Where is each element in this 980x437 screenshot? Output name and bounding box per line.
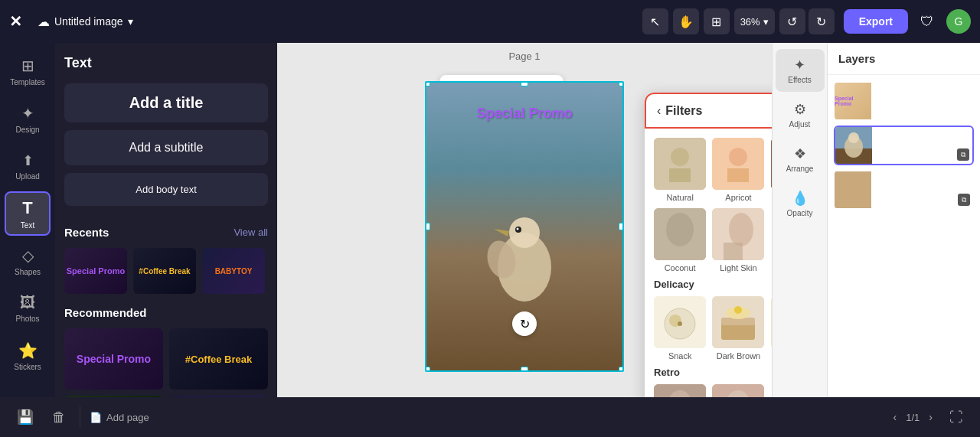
filters-row-0: Natural Apricot	[654, 138, 772, 202]
handle-tc[interactable]	[521, 81, 528, 86]
page-prev-btn[interactable]: ‹	[890, 408, 900, 426]
layers-panel: Layers Special Promo ⧉	[827, 43, 980, 397]
filter-natural[interactable]: Natural	[654, 138, 706, 202]
delete-btn[interactable]: 🗑	[47, 405, 70, 430]
bottom-sep	[80, 406, 80, 428]
sidebar-item-design[interactable]: ✦ Design	[5, 96, 51, 141]
page-next-btn[interactable]: ›	[926, 408, 936, 426]
sidebar-item-stickers[interactable]: ⭐ Stickers	[5, 334, 51, 378]
toolbar-tools: ↖ ✋ ⊞ 36% ▾ ↺ ↻	[642, 8, 835, 34]
sidebar-item-templates[interactable]: ⊞ Templates	[5, 49, 51, 93]
layer-badge-2: ⧉	[958, 194, 970, 206]
add-title-button[interactable]: Add a title	[64, 83, 268, 122]
filter-snack[interactable]: Snack	[654, 296, 706, 360]
recent-item-0[interactable]: Special Promo	[64, 248, 127, 294]
handle-br[interactable]	[619, 367, 624, 372]
view-all-link[interactable]: View all	[234, 227, 268, 238]
filters-row-1: Coconut Light Skin	[654, 208, 772, 272]
effects-icon: ✦	[794, 57, 805, 73]
handle-tr[interactable]	[619, 81, 624, 86]
layout-tool-btn[interactable]: ⊞	[704, 8, 730, 34]
page-nav: ‹ 1/1 ›	[890, 408, 936, 426]
svg-rect-44	[835, 171, 871, 208]
opacity-btn[interactable]: 💧 Opacity	[776, 182, 825, 225]
main-area: ⊞ Templates ✦ Design ⬆ Upload T Text ◇ S…	[0, 43, 980, 397]
add-page-icon: 📄	[90, 412, 102, 423]
rec-item-0[interactable]: Special Promo	[64, 328, 163, 390]
filter-retro2[interactable]: Retro 2	[712, 384, 764, 397]
filter-coconut-label: Coconut	[665, 263, 696, 272]
adjust-btn[interactable]: ⚙ Adjust	[776, 93, 825, 136]
zoom-dropdown-icon: ▾	[763, 16, 769, 28]
shield-icon[interactable]: 🛡	[917, 11, 937, 33]
layer-item-2[interactable]: ⧉	[834, 170, 974, 210]
filter-darkbrown-thumb	[712, 296, 764, 348]
avatar[interactable]: G	[946, 9, 971, 34]
sidebar-item-shapes[interactable]: ◇ Shapes	[5, 239, 51, 283]
handle-mr[interactable]	[619, 223, 624, 230]
filters-row-retro: Retro Retro 2	[654, 384, 772, 397]
export-button[interactable]: Export	[844, 9, 908, 34]
svg-point-7	[671, 148, 689, 166]
pointer-tool-btn[interactable]: ↖	[642, 8, 668, 34]
recent-item-2[interactable]: BABYTOY	[202, 248, 265, 294]
effects-label: Effects	[788, 76, 811, 84]
rec-item-1[interactable]: #Coffee Break	[169, 328, 268, 390]
recent-item-1[interactable]: #Coffee Break	[133, 248, 196, 294]
undo-btn[interactable]: ↺	[779, 8, 805, 34]
layer-item-1[interactable]: ⧉	[834, 126, 974, 165]
filter-natural-thumb	[654, 138, 706, 190]
filter-darkbrown[interactable]: Dark Brown	[712, 296, 764, 360]
undo-redo-group: ↺ ↻	[779, 8, 835, 34]
sidebar-item-text[interactable]: T Text	[5, 191, 51, 236]
canvas-promo-text: Special Promo	[476, 106, 572, 122]
filters-back-btn[interactable]: ‹	[657, 104, 661, 118]
filter-apricot-label: Apricot	[725, 193, 751, 202]
svg-rect-12	[771, 138, 772, 190]
filter-walnut[interactable]: Walnut	[771, 138, 772, 202]
title-dropdown-icon: ▾	[128, 15, 133, 28]
stickers-icon: ⭐	[18, 341, 38, 360]
layers-list: Special Promo ⧉	[828, 75, 980, 216]
filter-lightskin[interactable]: Light Skin	[712, 208, 764, 272]
effects-btn[interactable]: ✦ Effects	[776, 49, 825, 92]
handle-ml[interactable]	[425, 223, 430, 230]
svg-point-5	[517, 228, 519, 230]
svg-point-18	[729, 213, 753, 246]
zoom-value: 36%	[740, 16, 760, 28]
svg-point-28	[734, 306, 742, 314]
arrange-btn[interactable]: ❖ Arrange	[776, 138, 825, 181]
filter-coconut[interactable]: Coconut	[654, 208, 706, 272]
photos-icon: 🖼	[20, 294, 35, 311]
sidebar-item-stickers-label: Stickers	[14, 363, 41, 371]
layer-item-0[interactable]: Special Promo	[834, 81, 974, 121]
sidebar-item-design-label: Design	[15, 126, 39, 134]
add-page-btn[interactable]: 📄 Add page	[90, 412, 149, 423]
text-icon: T	[22, 198, 32, 218]
rotate-btn[interactable]: ↻	[512, 311, 537, 336]
hand-tool-btn[interactable]: ✋	[673, 8, 699, 34]
svg-point-23	[678, 321, 682, 326]
zoom-control[interactable]: 36% ▾	[734, 8, 775, 34]
sidebar-item-text-label: Text	[21, 221, 34, 230]
filter-miso[interactable]: Miso	[771, 296, 772, 360]
svg-point-10	[729, 148, 747, 166]
sidebar-item-upload[interactable]: ⬆ Upload	[5, 144, 51, 188]
recents-title: Recents	[64, 226, 109, 239]
handle-bl[interactable]	[425, 367, 430, 372]
sidebar-item-photos[interactable]: 🖼 Photos	[5, 286, 51, 331]
filter-retro1[interactable]: Retro	[654, 384, 706, 397]
fullscreen-btn[interactable]: ⛶	[945, 405, 968, 430]
page-indicator: 1/1	[906, 412, 920, 423]
recommended-grid: Special Promo #Coffee Break Healthy Food…	[64, 328, 268, 397]
filter-apricot[interactable]: Apricot	[712, 138, 764, 202]
save-btn[interactable]: 💾	[12, 404, 38, 430]
redo-btn[interactable]: ↻	[808, 8, 835, 34]
adjust-label: Adjust	[789, 120, 811, 129]
handle-bc[interactable]	[521, 367, 528, 372]
bottom-bar: 💾 🗑 📄 Add page ‹ 1/1 › ⛶	[0, 397, 980, 437]
document-title-area[interactable]: ☁ Untitled image ▾	[38, 15, 133, 29]
handle-tl[interactable]	[425, 81, 430, 86]
add-subtitle-button[interactable]: Add a subtitle	[64, 130, 268, 165]
add-body-button[interactable]: Add body text	[64, 173, 268, 206]
